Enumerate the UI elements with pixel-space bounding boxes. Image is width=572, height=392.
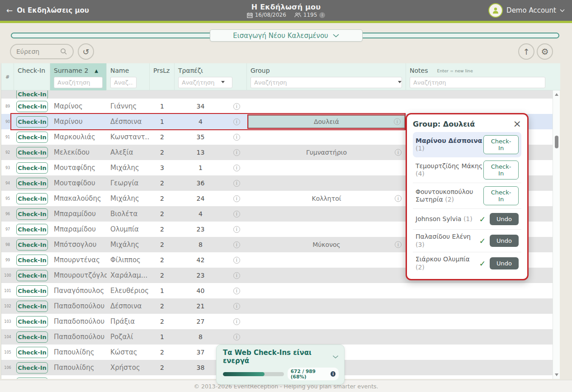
cell-prslz: 2	[150, 241, 175, 248]
scroll-down-icon[interactable]	[555, 373, 558, 376]
checkin-button[interactable]: Check-In	[16, 90, 48, 99]
cell-table: 42	[175, 256, 227, 264]
cell-prslz: 2	[150, 149, 175, 156]
info-icon[interactable]: i	[233, 226, 240, 233]
column-notes[interactable]: Notes Enter = new line	[406, 63, 553, 91]
close-icon[interactable]: ×	[513, 120, 521, 128]
checkin-button[interactable]: Check-In	[483, 161, 519, 179]
surname-filter-input[interactable]	[54, 77, 103, 88]
table-row[interactable]: 102Check-InΠαπαδοπούλουΔέσποινα221i	[1, 298, 553, 314]
column-prslz[interactable]: PrsLz	[150, 63, 175, 91]
group-info-icon[interactable]: i	[395, 241, 402, 248]
info-icon[interactable]: i	[233, 241, 240, 248]
column-name[interactable]: Name	[107, 63, 150, 91]
cell-name: Κωνσταντ...	[107, 133, 150, 141]
checkin-button[interactable]: Check-In	[16, 316, 48, 327]
undo-button[interactable]: Undo	[490, 213, 519, 225]
cell-surname: Μπότσογλου	[50, 241, 107, 249]
undo-button[interactable]: Undo	[490, 257, 519, 269]
cell-group	[247, 283, 406, 298]
checkin-button[interactable]: Check-In	[16, 270, 48, 281]
refresh-button[interactable]: ↺	[78, 43, 94, 60]
scroll-up-icon[interactable]	[555, 93, 558, 96]
undo-button[interactable]: Undo	[490, 235, 519, 247]
row-number: 90	[1, 120, 14, 124]
info-icon[interactable]: i	[233, 149, 240, 156]
settings-button[interactable]: ⚙	[537, 43, 553, 60]
cell-group	[247, 329, 406, 345]
cell-name: Μιχάλης	[107, 164, 150, 172]
cell-name: Αλεξία	[107, 148, 150, 156]
info-icon[interactable]: i	[233, 257, 240, 264]
scrollbar-thumb[interactable]	[555, 136, 558, 148]
column-group[interactable]: Group	[247, 63, 406, 91]
info-icon[interactable]: i	[233, 272, 240, 279]
checkin-button[interactable]: Check-In	[16, 301, 48, 312]
checkin-button[interactable]: Check-In	[16, 116, 48, 128]
back-to-events-button[interactable]: ← Οι Εκδηλώσεις μου	[0, 6, 89, 15]
checkin-button[interactable]: Check-In	[483, 135, 519, 154]
checkin-button[interactable]: Check-In	[16, 255, 48, 266]
cell-prslz: 2	[150, 349, 175, 356]
checkin-button[interactable]: Check-In	[16, 224, 48, 235]
cell-table: 4	[175, 118, 227, 125]
info-icon[interactable]: i	[233, 165, 240, 171]
table-row[interactable]: 101Check-InΠαναγόπουλοςΕλευθέριος140i	[1, 283, 553, 298]
checkin-button[interactable]: Check-In	[16, 285, 48, 297]
row-number: 100	[1, 274, 14, 278]
info-icon[interactable]: i	[233, 195, 240, 202]
cell-surname: Μπουρντένας	[50, 256, 107, 264]
cell-prslz: 2	[150, 302, 175, 310]
guest-count-info-icon[interactable]: i	[319, 12, 325, 18]
account-menu[interactable]: Demo Account	[488, 3, 572, 18]
table-row[interactable]: 104Check-InΠαπαδοπούλουΡοζαλί18i	[1, 329, 553, 345]
checkin-button[interactable]: Check-In	[483, 186, 519, 205]
name-filter-input[interactable]	[110, 77, 137, 88]
checkin-button[interactable]: Check-In	[16, 193, 48, 204]
search-input[interactable]	[16, 48, 60, 55]
checkin-button[interactable]: Check-In	[16, 331, 48, 343]
checkin-button[interactable]: Check-In	[16, 208, 48, 220]
checkin-button[interactable]: Check-In	[16, 162, 48, 174]
info-icon[interactable]: i	[233, 118, 240, 125]
column-checkin[interactable]: Check-In	[14, 63, 50, 91]
info-icon[interactable]: i	[233, 211, 240, 217]
table-scrollbar[interactable]	[553, 90, 560, 379]
checkin-button[interactable]: Check-In	[16, 362, 48, 373]
column-table[interactable]: Τραπέζι	[175, 63, 247, 91]
checkin-button[interactable]: Check-In	[16, 101, 48, 112]
upload-button[interactable]: ↑	[518, 43, 534, 60]
info-icon[interactable]: i	[233, 134, 240, 141]
group-info-icon[interactable]: i	[395, 149, 402, 156]
info-icon[interactable]: i	[233, 303, 240, 310]
info-icon[interactable]: i	[233, 318, 240, 325]
checkin-button[interactable]: Check-In	[16, 178, 48, 189]
insert-guest-button[interactable]: Εισαγωγή Νέου Καλεσμένου	[210, 29, 363, 42]
cell-name: Γεωργία	[107, 179, 150, 187]
table-row[interactable]: 89Check-InΜαρίνοςΓιάννης134i	[1, 99, 553, 114]
group-member-count: (4)	[416, 170, 425, 177]
account-chevron-icon	[560, 9, 565, 12]
checkin-button[interactable]: Check-In	[16, 347, 48, 358]
info-icon[interactable]: i	[233, 180, 240, 187]
info-icon[interactable]: i	[233, 103, 240, 110]
progress-info-icon[interactable]: i	[331, 371, 336, 377]
info-icon[interactable]: i	[233, 334, 240, 340]
group-member-count: (2)	[416, 264, 425, 271]
table-row[interactable]: 103Check-InΠαπαδοπούλουΠράξια227i	[1, 314, 553, 329]
group-info-icon[interactable]: i	[394, 118, 401, 125]
info-icon[interactable]: i	[233, 288, 240, 294]
checkin-button[interactable]: Check-In	[16, 132, 48, 143]
checkin-button[interactable]: Check-In	[16, 239, 48, 250]
group-info-icon[interactable]: i	[395, 195, 402, 202]
widget-chevron-down-icon[interactable]	[332, 355, 339, 359]
notes-filter-input[interactable]	[410, 77, 545, 88]
cell-group	[247, 99, 406, 114]
group-filter-input[interactable]	[251, 77, 402, 88]
checkin-button[interactable]: Check-In	[16, 147, 48, 158]
table-row[interactable]: Check-In	[1, 90, 553, 99]
selected-group-chip[interactable]: Δουλειάi	[248, 115, 405, 128]
insert-guest-label: Εισαγωγή Νέου Καλεσμένου	[233, 32, 328, 40]
column-surname[interactable]: Surname 2 ▲	[50, 63, 107, 91]
checkin-button[interactable]: Check-In	[16, 378, 48, 379]
